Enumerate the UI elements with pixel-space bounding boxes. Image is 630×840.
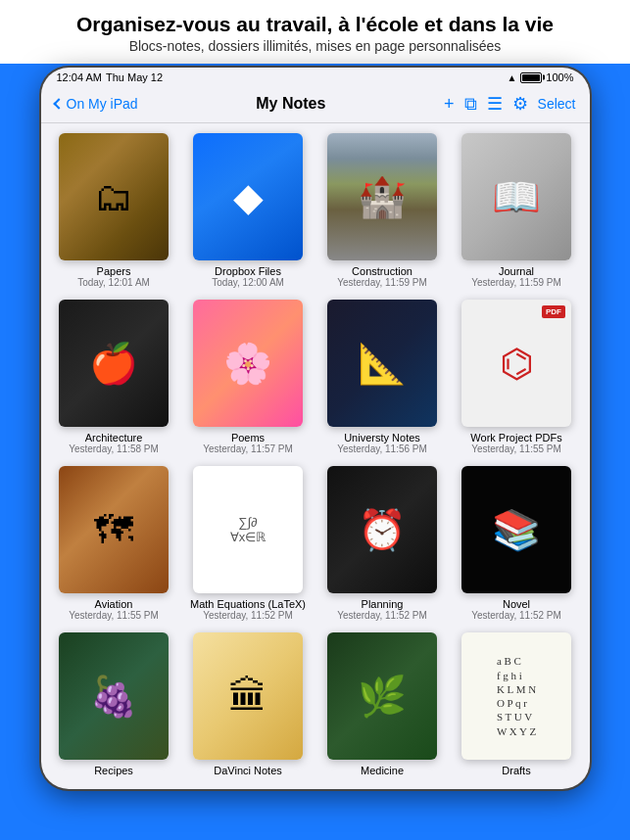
date: Thu May 12 <box>106 71 163 83</box>
notebook-cover-math: ∑∫∂ ∀x∈ℝ <box>193 466 303 593</box>
notebook-date-aviation: Yesterday, 11:55 PM <box>69 610 159 621</box>
notebook-label-university: Universty Notes <box>344 432 420 443</box>
add-button[interactable]: + <box>444 94 455 115</box>
notebook-label-journal: Journal <box>499 265 534 277</box>
select-button[interactable]: Select <box>538 96 576 112</box>
notebook-label-math: Math Equations (LaTeX) <box>190 598 306 610</box>
nav-actions: + ⧉ ☰ ⚙ Select <box>444 93 575 115</box>
notebook-date-journal: Yesterday, 11:59 PM <box>471 277 561 288</box>
notebook-cover-construction: 🏰 <box>327 133 437 260</box>
status-left: 12:04 AM Thu May 12 <box>57 71 164 83</box>
chevron-left-icon <box>53 99 64 110</box>
notebook-label-architecture: Architecture <box>85 432 143 443</box>
notebook-cover-davinci: 🏛 <box>193 632 303 760</box>
notebook-date-planning: Yesterday, 11:52 PM <box>337 610 427 621</box>
notebook-item-aviation[interactable]: 🗺AviationYesterday, 11:55 PM <box>53 466 175 621</box>
gear-button[interactable]: ⚙ <box>512 93 528 115</box>
notebook-label-davinci: DaVinci Notes <box>214 765 282 776</box>
battery-fill <box>522 74 540 81</box>
notebook-item-architecture[interactable]: 🍎ArchitectureYesterday, 11:58 PM <box>53 300 175 454</box>
notebook-date-poems: Yesterday, 11:57 PM <box>203 443 293 454</box>
notebook-date-construction: Yesterday, 11:59 PM <box>337 277 427 288</box>
notebook-item-dropbox[interactable]: ◆Dropbox FilesToday, 12:00 AM <box>187 133 310 288</box>
wifi-icon: ▲ <box>507 72 516 83</box>
notebook-cover-university: 📐 <box>327 300 437 427</box>
notebook-cover-workpdf: PDF⌬ <box>461 300 571 427</box>
notebook-date-papers: Today, 12:01 AM <box>77 277 150 288</box>
notebooks-grid: 🗂PapersToday, 12:01 AM◆Dropbox FilesToda… <box>53 133 578 776</box>
notebook-item-recipes[interactable]: 🍇Recipes <box>53 632 175 776</box>
notebook-date-architecture: Yesterday, 11:58 PM <box>69 443 159 454</box>
notebook-label-papers: Papers <box>97 265 131 277</box>
notebook-label-recipes: Recipes <box>94 765 133 776</box>
notebook-item-university[interactable]: 📐Universty NotesYesterday, 11:56 PM <box>321 300 444 454</box>
notebook-item-novel[interactable]: 📚NovelYesterday, 11:52 PM <box>456 466 578 621</box>
notebook-item-drafts[interactable]: a B Cf g h iK L M NO P q rS T U VW X Y Z… <box>456 632 578 776</box>
status-bar: 12:04 AM Thu May 12 ▲ 100% <box>41 68 590 87</box>
notebook-cover-novel: 📚 <box>461 466 571 593</box>
notebook-cover-papers: 🗂 <box>59 133 169 260</box>
notebook-cover-planning: ⏰ <box>327 466 437 593</box>
time: 12:04 AM <box>57 71 102 83</box>
notebooks-grid-container: 🗂PapersToday, 12:01 AM◆Dropbox FilesToda… <box>41 123 590 789</box>
notebook-label-workpdf: Work Project PDFs <box>470 432 561 443</box>
list-button[interactable]: ☰ <box>487 93 503 115</box>
notebook-item-poems[interactable]: 🌸PoemsYesterday, 11:57 PM <box>187 300 310 454</box>
notebook-cover-drafts: a B Cf g h iK L M NO P q rS T U VW X Y Z <box>461 632 571 760</box>
notebook-date-university: Yesterday, 11:56 PM <box>337 443 427 454</box>
notebook-label-poems: Poems <box>231 432 265 443</box>
notebook-cover-poems: 🌸 <box>193 300 303 427</box>
notebook-label-planning: Planning <box>362 598 404 610</box>
notebook-label-dropbox: Dropbox Files <box>215 265 281 277</box>
battery-icon <box>520 72 542 83</box>
battery-percent: 100% <box>546 71 573 83</box>
notebook-cover-aviation: 🗺 <box>59 466 169 593</box>
notebook-label-aviation: Aviation <box>95 598 133 610</box>
notebook-item-medicine[interactable]: 🌿Medicine <box>321 632 444 776</box>
top-banner: Organisez-vous au travail, à l'école et … <box>0 0 630 64</box>
notebook-item-davinci[interactable]: 🏛DaVinci Notes <box>187 632 310 776</box>
notebook-cover-medicine: 🌿 <box>327 632 437 760</box>
notebook-label-novel: Novel <box>503 598 530 610</box>
banner-subtitle: Blocs-notes, dossiers illimités, mises e… <box>16 38 614 54</box>
nav-bar: On My iPad My Notes + ⧉ ☰ ⚙ Select <box>41 87 590 123</box>
app-container: Organisez-vous au travail, à l'école et … <box>0 0 630 840</box>
notebook-label-drafts: Drafts <box>502 765 530 776</box>
back-label: On My iPad <box>67 96 138 112</box>
notebook-label-construction: Construction <box>352 265 412 277</box>
notebook-label-medicine: Medicine <box>361 765 404 776</box>
notebook-date-novel: Yesterday, 11:52 PM <box>471 610 561 621</box>
notebook-cover-recipes: 🍇 <box>59 632 169 760</box>
notebook-item-papers[interactable]: 🗂PapersToday, 12:01 AM <box>53 133 175 288</box>
banner-title: Organisez-vous au travail, à l'école et … <box>16 12 614 36</box>
device-frame: 12:04 AM Thu May 12 ▲ 100% On My iPad M <box>41 68 590 789</box>
notebook-date-workpdf: Yesterday, 11:55 PM <box>471 443 561 454</box>
device-wrapper: 12:04 AM Thu May 12 ▲ 100% On My iPad M <box>41 64 590 840</box>
notebook-cover-dropbox: ◆ <box>193 133 303 260</box>
notebook-item-planning[interactable]: ⏰PlanningYesterday, 11:52 PM <box>321 466 444 621</box>
notebook-item-journal[interactable]: 📖JournalYesterday, 11:59 PM <box>456 133 578 288</box>
copy-button[interactable]: ⧉ <box>464 94 477 115</box>
notebook-cover-journal: 📖 <box>461 133 571 260</box>
notebook-item-math[interactable]: ∑∫∂ ∀x∈ℝMath Equations (LaTeX)Yesterday,… <box>187 466 310 621</box>
status-right: ▲ 100% <box>507 71 573 83</box>
notebook-item-workpdf[interactable]: PDF⌬Work Project PDFsYesterday, 11:55 PM <box>456 300 578 454</box>
notebook-date-dropbox: Today, 12:00 AM <box>212 277 284 288</box>
back-button[interactable]: On My iPad <box>55 96 138 112</box>
notebook-item-construction[interactable]: 🏰ConstructionYesterday, 11:59 PM <box>321 133 444 288</box>
notebook-cover-architecture: 🍎 <box>59 300 169 427</box>
nav-title: My Notes <box>138 95 444 113</box>
notebook-date-math: Yesterday, 11:52 PM <box>203 610 293 621</box>
